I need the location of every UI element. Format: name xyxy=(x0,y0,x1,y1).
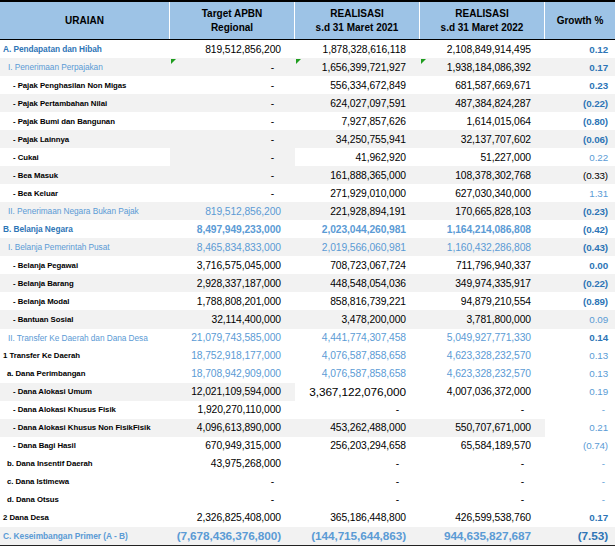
cell-r2022[interactable]: 4,007,036,372,000 xyxy=(420,383,545,401)
cell-growth[interactable]: - xyxy=(545,491,615,509)
cell-growth[interactable]: (0.22) xyxy=(545,94,615,112)
cell-target[interactable]: - xyxy=(170,94,295,112)
cell-growth[interactable]: 0.12 xyxy=(545,40,615,58)
row-label[interactable]: - Belanja Pegawai xyxy=(0,256,170,274)
cell-target[interactable]: 4,096,613,890,000 xyxy=(170,419,295,437)
cell-r2021[interactable]: 624,027,097,591 xyxy=(295,94,420,112)
cell-target[interactable]: - xyxy=(170,166,295,184)
cell-target[interactable]: 12,021,109,594,000 xyxy=(170,383,295,401)
row-label[interactable]: - Pajak Lainnya xyxy=(0,130,170,148)
cell-r2021[interactable]: 221,928,894,191 xyxy=(295,202,420,220)
header-target-apbn[interactable]: Target APBN Regional xyxy=(170,2,295,39)
cell-target[interactable]: 2,326,825,408,000 xyxy=(170,509,295,527)
row-label[interactable]: - Dana Alokasi Khusus Fisik xyxy=(0,401,170,419)
cell-target[interactable]: 1,788,808,201,000 xyxy=(170,292,295,310)
row-label[interactable]: - Pajak Bumi dan Bangunan xyxy=(0,112,170,130)
header-growth[interactable]: Growth % xyxy=(545,2,615,39)
cell-growth[interactable]: - xyxy=(545,473,615,491)
cell-r2022[interactable]: - xyxy=(420,455,545,473)
cell-growth[interactable]: 0.23 xyxy=(545,76,615,94)
cell-r2021[interactable]: 858,816,739,221 xyxy=(295,292,420,310)
row-label[interactable]: - Pajak Penghasilan Non Migas xyxy=(0,76,170,94)
cell-r2022[interactable]: 1,614,015,064 xyxy=(420,112,545,130)
cell-growth[interactable]: (0.22) xyxy=(545,274,615,292)
cell-r2021[interactable]: 2,023,044,260,981 xyxy=(295,220,420,238)
cell-target[interactable]: 2,928,337,187,000 xyxy=(170,274,295,292)
cell-growth[interactable]: (0.74) xyxy=(545,437,615,455)
row-label[interactable]: I. Belanja Pemerintah Pusat xyxy=(0,238,170,256)
cell-target[interactable]: 18,752,918,177,000 xyxy=(170,347,295,365)
cell-growth[interactable]: - xyxy=(545,401,615,419)
cell-target[interactable]: 8,497,949,233,000 xyxy=(170,220,295,238)
cell-r2021[interactable]: 256,203,294,658 xyxy=(295,437,420,455)
cell-r2021[interactable]: 1,656,399,721,927 xyxy=(295,58,420,76)
cell-growth[interactable]: 0.09 xyxy=(545,310,615,328)
cell-target[interactable]: - xyxy=(170,491,295,509)
cell-r2022[interactable]: 170,665,828,103 xyxy=(420,202,545,220)
cell-target[interactable]: 819,512,856,200 xyxy=(170,40,295,58)
cell-r2021[interactable]: 1,878,328,616,118 xyxy=(295,40,420,58)
cell-growth[interactable]: - xyxy=(545,455,615,473)
cell-target[interactable]: 819,512,856,200 xyxy=(170,202,295,220)
cell-target[interactable]: 18,708,942,909,000 xyxy=(170,365,295,383)
cell-target[interactable]: 670,949,315,000 xyxy=(170,437,295,455)
cell-r2022[interactable]: 487,384,824,287 xyxy=(420,94,545,112)
cell-r2021[interactable]: 2,019,566,060,981 xyxy=(295,238,420,256)
row-label[interactable]: - Bea Masuk xyxy=(0,166,170,184)
cell-target[interactable]: 43,975,268,000 xyxy=(170,455,295,473)
cell-growth[interactable]: 0.00 xyxy=(545,256,615,274)
cell-growth[interactable]: 0.22 xyxy=(545,148,615,166)
cell-r2021[interactable]: 3,367,122,076,000 xyxy=(295,383,420,401)
row-label[interactable]: - Dana Bagi Hasil xyxy=(0,437,170,455)
cell-growth[interactable]: 0.17 xyxy=(545,58,615,76)
row-label[interactable]: A. Pendapatan dan Hibah xyxy=(0,40,170,58)
row-label[interactable]: - Dana Alokasi Khusus Non FisikFisik xyxy=(0,419,170,437)
cell-r2021[interactable]: - xyxy=(295,401,420,419)
cell-r2022[interactable]: 2,108,849,914,495 xyxy=(420,40,545,58)
cell-r2021[interactable]: 453,262,488,000 xyxy=(295,419,420,437)
row-label[interactable]: - Cukai xyxy=(0,148,170,166)
header-uraian[interactable]: URAIAN xyxy=(0,2,170,39)
cell-r2022[interactable]: 4,623,328,232,570 xyxy=(420,365,545,383)
cell-target[interactable]: (7,678,436,376,800) xyxy=(170,527,295,545)
cell-r2021[interactable]: 7,927,857,626 xyxy=(295,112,420,130)
row-label[interactable]: B. Belanja Negara xyxy=(0,220,170,238)
cell-r2021[interactable]: - xyxy=(295,491,420,509)
row-label[interactable]: I. Penerimaan Perpajakan xyxy=(0,58,170,76)
cell-r2022[interactable]: 426,599,538,760 xyxy=(420,509,545,527)
cell-growth[interactable]: 0.17 xyxy=(545,509,615,527)
cell-r2021[interactable]: 448,548,054,036 xyxy=(295,274,420,292)
cell-r2022[interactable]: 5,049,927,771,330 xyxy=(420,329,545,347)
row-label[interactable]: 2 Dana Desa xyxy=(0,509,170,527)
row-label[interactable]: C. Keseimbangan Primer (A - B) xyxy=(0,527,170,545)
cell-target[interactable]: 3,716,575,045,000 xyxy=(170,256,295,274)
cell-r2022[interactable]: 681,587,669,671 xyxy=(420,76,545,94)
cell-growth[interactable]: (0.06) xyxy=(545,130,615,148)
cell-r2022[interactable]: - xyxy=(420,401,545,419)
cell-r2022[interactable]: 1,938,184,086,392 xyxy=(420,58,545,76)
cell-r2021[interactable]: 41,962,920 xyxy=(295,148,420,166)
cell-growth[interactable]: (0.89) xyxy=(545,292,615,310)
cell-r2021[interactable]: - xyxy=(295,455,420,473)
cell-r2021[interactable]: 4,076,587,858,658 xyxy=(295,347,420,365)
cell-growth[interactable]: 0.14 xyxy=(545,329,615,347)
cell-growth[interactable]: 0.13 xyxy=(545,365,615,383)
cell-growth[interactable]: 0.13 xyxy=(545,347,615,365)
cell-r2022[interactable]: 51,227,000 xyxy=(420,148,545,166)
cell-target[interactable]: - xyxy=(170,473,295,491)
cell-growth[interactable]: (0.23) xyxy=(545,202,615,220)
cell-r2021[interactable]: 4,076,587,858,658 xyxy=(295,365,420,383)
cell-r2022[interactable]: 944,635,827,687 xyxy=(420,527,545,545)
cell-growth[interactable]: 1.31 xyxy=(545,184,615,202)
cell-target[interactable]: 21,079,743,585,000 xyxy=(170,329,295,347)
cell-r2022[interactable]: 108,378,302,768 xyxy=(420,166,545,184)
row-label[interactable]: II. Penerimaan Negara Bukan Pajak xyxy=(0,202,170,220)
cell-r2022[interactable]: 550,707,671,000 xyxy=(420,419,545,437)
row-label[interactable]: 1 Transfer Ke Daerah xyxy=(0,347,170,365)
cell-r2022[interactable]: 1,164,214,086,808 xyxy=(420,220,545,238)
row-label[interactable]: - Bea Keluar xyxy=(0,184,170,202)
cell-growth[interactable]: (7.53) xyxy=(545,527,615,545)
row-label[interactable]: a. Dana Perimbangan xyxy=(0,365,170,383)
cell-r2022[interactable]: 94,879,210,554 xyxy=(420,292,545,310)
cell-target[interactable]: 32,114,400,000 xyxy=(170,310,295,328)
